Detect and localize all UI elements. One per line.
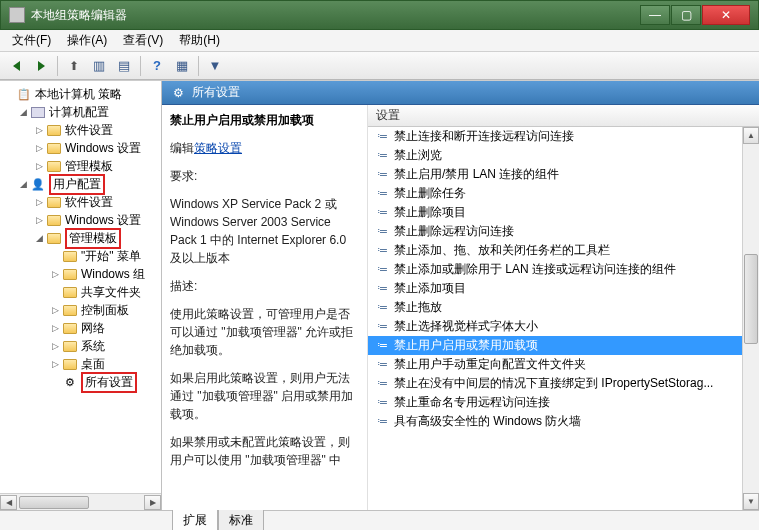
help-button[interactable]: ? — [145, 55, 169, 77]
list-item-label: 禁止用户启用或禁用加载项 — [394, 337, 538, 354]
list-item[interactable]: ≔禁止删除项目 — [368, 203, 759, 222]
list-item[interactable]: ≔禁止添加、拖、放和关闭任务栏的工具栏 — [368, 241, 759, 260]
tree-system[interactable]: ▷ 系统 — [0, 337, 161, 355]
tree-software-settings[interactable]: ▷ 软件设置 — [0, 121, 161, 139]
tree-admin-templates[interactable]: ▷ 管理模板 — [0, 157, 161, 175]
up-folder-icon: ⬆ — [69, 59, 79, 73]
tree-label: 计算机配置 — [49, 104, 109, 121]
tree-label: Windows 组 — [81, 266, 145, 283]
tree-label: 软件设置 — [65, 122, 113, 139]
scroll-up-button[interactable]: ▲ — [743, 127, 759, 144]
forward-button[interactable] — [29, 55, 53, 77]
tree-network[interactable]: ▷ 网络 — [0, 319, 161, 337]
minimize-button[interactable]: — — [640, 5, 670, 25]
scroll-track[interactable] — [17, 495, 144, 510]
help-icon: ? — [153, 58, 161, 73]
list-item-label: 禁止删除任务 — [394, 185, 466, 202]
scroll-thumb[interactable] — [744, 254, 758, 344]
nav-tree: 📋 本地计算机 策略 ◢ 计算机配置 ▷ 软件设置 ▷ Windows 设置 ▷ — [0, 81, 161, 395]
tree-windows-components[interactable]: ▷ Windows 组 — [0, 265, 161, 283]
tree-label: Windows 设置 — [65, 212, 141, 229]
scroll-track[interactable] — [743, 144, 759, 493]
folder-icon — [62, 285, 78, 299]
list-item[interactable]: ≔禁止删除任务 — [368, 184, 759, 203]
export-button[interactable]: ▤ — [112, 55, 136, 77]
show-hide-tree-button[interactable]: ▥ — [87, 55, 111, 77]
tree-pane: 📋 本地计算机 策略 ◢ 计算机配置 ▷ 软件设置 ▷ Windows 设置 ▷ — [0, 81, 162, 510]
twisty-icon: ▷ — [34, 161, 45, 171]
tree-desktop[interactable]: ▷ 桌面 — [0, 355, 161, 373]
user-icon: 👤 — [30, 177, 46, 191]
up-button[interactable]: ⬆ — [62, 55, 86, 77]
folder-icon — [62, 249, 78, 263]
toolbar-separator — [140, 56, 141, 76]
list-item-label: 禁止拖放 — [394, 299, 442, 316]
scroll-left-button[interactable]: ◀ — [0, 495, 17, 510]
folder-icon — [62, 339, 78, 353]
list-item[interactable]: ≔禁止用户启用或禁用加载项 — [368, 336, 759, 355]
description-text-1: 使用此策略设置，可管理用户是否可以通过 "加载项管理器" 允许或拒绝加载项。 — [170, 305, 359, 359]
tree-start-menu[interactable]: "开始" 菜单 — [0, 247, 161, 265]
list-item[interactable]: ≔禁止启用/禁用 LAN 连接的组件 — [368, 165, 759, 184]
tree-all-settings[interactable]: ⚙ 所有设置 — [0, 373, 161, 391]
tree-user-software[interactable]: ▷ 软件设置 — [0, 193, 161, 211]
list-item-label: 禁止添加项目 — [394, 280, 466, 297]
setting-icon: ≔ — [374, 339, 390, 353]
column-label: 设置 — [376, 107, 400, 124]
tree-user-windows[interactable]: ▷ Windows 设置 — [0, 211, 161, 229]
list-item[interactable]: ≔禁止拖放 — [368, 298, 759, 317]
funnel-icon: ▼ — [209, 58, 222, 73]
folder-icon — [46, 213, 62, 227]
tree-user-admin-templates[interactable]: ◢ 管理模板 — [0, 229, 161, 247]
folder-icon — [46, 159, 62, 173]
tree-user-config[interactable]: ◢ 👤 用户配置 — [0, 175, 161, 193]
maximize-button[interactable]: ▢ — [671, 5, 701, 25]
tree-horizontal-scrollbar[interactable]: ◀ ▶ — [0, 493, 161, 510]
list-item[interactable]: ≔禁止连接和断开连接远程访问连接 — [368, 127, 759, 146]
filter-button[interactable]: ▼ — [203, 55, 227, 77]
tree-label: 网络 — [81, 320, 105, 337]
list-item[interactable]: ≔禁止浏览 — [368, 146, 759, 165]
tree-root[interactable]: 📋 本地计算机 策略 — [0, 85, 161, 103]
list-item[interactable]: ≔禁止在没有中间层的情况下直接绑定到 IPropertySetStorag... — [368, 374, 759, 393]
scroll-thumb[interactable] — [19, 496, 89, 509]
list-item[interactable]: ≔禁止添加或删除用于 LAN 连接或远程访问连接的组件 — [368, 260, 759, 279]
list-item-label: 禁止连接和断开连接远程访问连接 — [394, 128, 574, 145]
list-vertical-scrollbar[interactable]: ▲ ▼ — [742, 127, 759, 510]
list-column-header[interactable]: 设置 — [368, 105, 759, 127]
folder-icon — [62, 303, 78, 317]
twisty-icon: ▷ — [34, 215, 45, 225]
list-item[interactable]: ≔禁止重命名专用远程访问连接 — [368, 393, 759, 412]
list-item[interactable]: ≔具有高级安全性的 Windows 防火墙 — [368, 412, 759, 431]
gear-icon: ⚙ — [170, 86, 186, 100]
properties-icon: ▦ — [176, 58, 188, 73]
list-item[interactable]: ≔禁止删除远程访问连接 — [368, 222, 759, 241]
edit-policy-link[interactable]: 策略设置 — [194, 141, 242, 155]
tab-extended[interactable]: 扩展 — [172, 510, 218, 530]
tree-icon: ▥ — [93, 58, 105, 73]
requirements-label: 要求: — [170, 167, 359, 185]
properties-button[interactable]: ▦ — [170, 55, 194, 77]
back-button[interactable] — [4, 55, 28, 77]
twisty-icon: ▷ — [50, 359, 61, 369]
list-item-label: 禁止添加、拖、放和关闭任务栏的工具栏 — [394, 242, 610, 259]
tree-windows-settings[interactable]: ▷ Windows 设置 — [0, 139, 161, 157]
list-item[interactable]: ≔禁止选择视觉样式字体大小 — [368, 317, 759, 336]
edit-link-line: 编辑策略设置 — [170, 139, 359, 157]
tab-standard[interactable]: 标准 — [218, 510, 264, 530]
list-item[interactable]: ≔禁止用户手动重定向配置文件文件夹 — [368, 355, 759, 374]
twisty-icon: ◢ — [34, 233, 45, 243]
menu-help[interactable]: 帮助(H) — [171, 30, 228, 51]
menu-file[interactable]: 文件(F) — [4, 30, 59, 51]
close-button[interactable]: ✕ — [702, 5, 750, 25]
tree-control-panel[interactable]: ▷ 控制面板 — [0, 301, 161, 319]
setting-icon: ≔ — [374, 130, 390, 144]
menu-action[interactable]: 操作(A) — [59, 30, 115, 51]
tree-computer-config[interactable]: ◢ 计算机配置 — [0, 103, 161, 121]
menu-view[interactable]: 查看(V) — [115, 30, 171, 51]
setting-icon: ≔ — [374, 244, 390, 258]
scroll-right-button[interactable]: ▶ — [144, 495, 161, 510]
tree-shared-folders[interactable]: 共享文件夹 — [0, 283, 161, 301]
scroll-down-button[interactable]: ▼ — [743, 493, 759, 510]
list-item[interactable]: ≔禁止添加项目 — [368, 279, 759, 298]
